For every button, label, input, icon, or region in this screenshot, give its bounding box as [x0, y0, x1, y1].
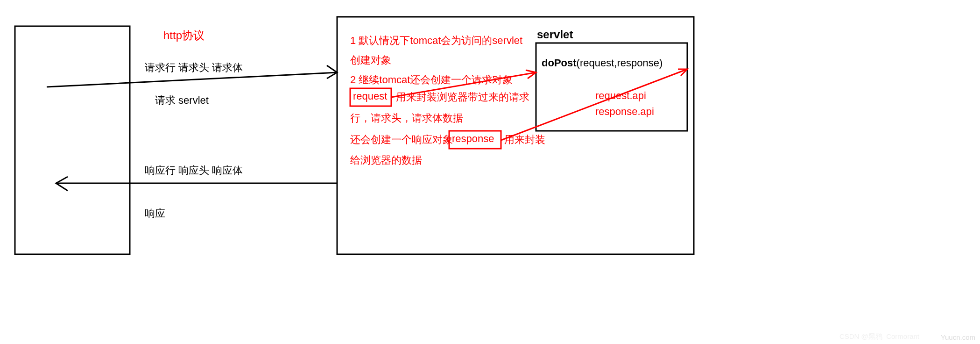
note-line4-rest: 用来封装浏览器带过来的请求: [396, 90, 529, 104]
note-line6-post: 用来封装: [504, 133, 545, 147]
note-line3: 2 继续tomcat还会创建一个请求对象: [350, 73, 513, 87]
response-action-label: 响应: [145, 207, 165, 221]
response-headers-label: 响应行 响应头 响应体: [145, 164, 243, 178]
note-line6-pre: 还会创建一个响应对象: [350, 133, 453, 147]
note-line2: 创建对象: [350, 53, 391, 67]
note-response-box: response: [452, 133, 494, 145]
watermark-yuucn: Yuucn.com: [941, 333, 975, 341]
dopost-name: doPost: [542, 57, 577, 69]
api-response: response.api: [595, 106, 654, 118]
request-headers-label: 请求行 请求头 请求体: [145, 61, 243, 75]
api-request: request.api: [595, 90, 646, 102]
dopost-args: (request,response): [577, 57, 663, 69]
note-line7: 给浏览器的数据: [350, 153, 422, 167]
watermark-csdn: CSDN @黑鸦_Cormorant: [839, 332, 919, 341]
servlet-title: servlet: [537, 28, 573, 41]
request-action-label: 请求 servlet: [155, 93, 209, 108]
svg-line-8: [501, 69, 687, 140]
note-request-box: request: [353, 90, 387, 102]
dopost-signature: doPost(request,response): [542, 57, 663, 69]
note-line5: 行，请求头，请求体数据: [350, 111, 463, 125]
svg-rect-0: [15, 26, 130, 254]
protocol-label: http协议: [163, 28, 204, 43]
note-line1: 1 默认情况下tomcat会为访问的servlet: [350, 34, 522, 48]
